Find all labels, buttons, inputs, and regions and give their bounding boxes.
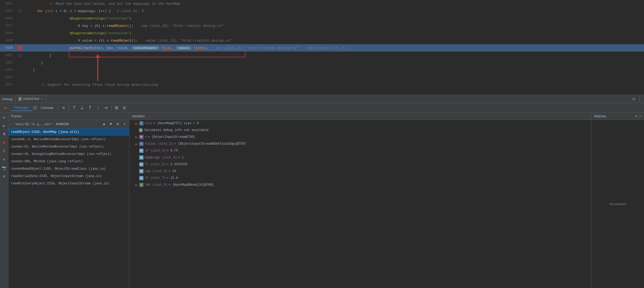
debug-label: Debug: [2, 97, 13, 101]
toolbar-separator-2 [69, 105, 69, 110]
debug-session-tab[interactable]: J UrlDNSTest × [15, 96, 46, 102]
btn-step-into[interactable]: ⇣ [79, 104, 86, 112]
line-number: 1416 [0, 17, 16, 20]
btn-frame-down[interactable]: ▼ [108, 121, 114, 127]
tab-java-icon: J [18, 97, 22, 101]
frame-item-0[interactable]: readObject:1420, HashMap (java.util) [8, 128, 129, 136]
var-name-fields: fields (slot_2) [145, 142, 173, 146]
var-item-cap[interactable]: ▶ 01 cap (slot_6) = 16 [129, 168, 591, 175]
var-item-lf[interactable]: ▶ 01 lf (slot_3) = 0.75 [129, 147, 591, 154]
var-item-this[interactable]: ▶ ≡ this = {HashMap@757} size = 0 [129, 120, 591, 127]
btn-menu[interactable]: ≡ [60, 104, 67, 112]
frame-item-label: readOrdinaryObject:2236, ObjectInputStre… [11, 182, 109, 185]
tab-debugger[interactable]: Debugger [11, 104, 32, 111]
var-icon-info: i [139, 128, 143, 132]
var-icon-lf: 01 [139, 149, 143, 153]
code-content: } [24, 53, 644, 57]
frame-item-6[interactable]: readSerialData:2345, ObjectInputStream (… [8, 173, 129, 180]
line-number: 1422 [0, 61, 16, 64]
settings-icon[interactable]: ⚙ [632, 96, 635, 102]
debug-tabbar: Debug: J UrlDNSTest × ⚙ ⋮ [0, 95, 644, 103]
var-item-fc[interactable]: ▶ 01 fc (slot_5) = 2.3333335 [129, 161, 591, 168]
line-number: 1418 [0, 31, 16, 35]
left-sidebar: ↺ ▶ ⏸ ■ ⟳ ✕ 📷 ⊘ [0, 113, 8, 288]
watches-panel: Watches + − No watches [591, 113, 644, 288]
watches-header: Watches + − [591, 113, 644, 120]
btn-force-step[interactable]: ⇥ [102, 104, 110, 112]
var-item-ft[interactable]: ▶ 01 ft (slot_7) = 12.0 [129, 175, 591, 181]
rerun-icon[interactable]: ↺ [2, 104, 9, 112]
code-content: // Support for resetting final field dur… [24, 83, 644, 87]
var-item-fields[interactable]: ▶ ≡ fields (slot_2) = {ObjectInputStream… [129, 140, 591, 147]
sidebar-icon-refresh[interactable]: ↺ [1, 114, 8, 121]
watches-remove-btn[interactable]: − [639, 114, 641, 119]
var-item-mappings[interactable]: ▶ 01 mappings (slot_4) = 1 [129, 154, 591, 161]
more-icon[interactable]: ⋮ [637, 96, 642, 102]
btn-filter[interactable]: ⊛ [115, 121, 121, 127]
btn-threads[interactable]: ≣ [121, 104, 128, 112]
watches-add-btn[interactable]: + [635, 114, 637, 119]
line-gutter [16, 54, 24, 57]
sidebar-icon-rerun[interactable]: ⟳ [1, 147, 8, 155]
sidebar-icon-play[interactable]: ▶ [1, 122, 8, 129]
frame-item-2[interactable]: invoke:62, NativeMethodAccessorImpl (sun… [8, 143, 129, 150]
var-name-ft: ft (slot_7) [145, 176, 166, 180]
var-icon-cap: 01 [139, 169, 143, 173]
var-expand-s[interactable]: ▶ [135, 135, 138, 139]
btn-frame-options[interactable]: ▾ [122, 121, 127, 127]
sidebar-icon-mute[interactable]: ⊘ [1, 173, 8, 180]
breakpoint-icon[interactable] [18, 46, 22, 50]
var-name-mappings: mappings (slot_4) [145, 156, 177, 159]
debug-tab-close[interactable]: × [41, 97, 43, 101]
debug-tab-name: UrlDNSTest [23, 97, 39, 101]
toolbar-separator-1 [58, 105, 58, 110]
code-line-1422: 1422 } [0, 59, 644, 66]
line-number: 1425 [0, 83, 16, 87]
var-eq-fc: = 2.3333335 [167, 163, 187, 166]
var-info-text: Variables debug info not available [144, 128, 209, 132]
btn-frame-up[interactable]: ▲ [101, 121, 107, 127]
btn-step-out[interactable]: ⇡ [86, 104, 94, 112]
sidebar-icon-x[interactable]: ✕ [1, 156, 8, 163]
var-expand-tab[interactable]: ▶ [135, 183, 138, 187]
btn-step-over[interactable]: ⇡ [71, 104, 78, 112]
frame-item-label: invoke0:-1, NativeMethodAccessorImpl (su… [11, 138, 106, 141]
btn-run-to-cursor[interactable]: ↑ [94, 104, 102, 112]
code-content: } [24, 68, 644, 72]
var-eq-this: = {HashMap@757} size = 0 [153, 122, 199, 125]
var-item-tab[interactable]: ▶ ≡ tab (slot_8) = {HashMap$Node[16]@760… [129, 181, 591, 188]
frame-item-3[interactable]: invoke:43, DelegatingMethodAccessorImpl … [8, 150, 129, 158]
var-expand-fields[interactable]: ▶ [135, 142, 138, 146]
btn-evaluate[interactable]: ⊞ [113, 104, 120, 112]
watches-empty-text: No watches [610, 202, 626, 206]
fold-arrow[interactable] [18, 54, 21, 57]
code-content: } [24, 61, 644, 65]
variables-panel: Variables ▶ ≡ this = {HashMap@757} size … [129, 113, 591, 288]
line-number: 1421 [0, 53, 16, 57]
var-name-this: this [145, 122, 152, 125]
var-expand-this[interactable]: ▶ [135, 122, 138, 125]
thread-name: "main"@1 in g...ain": RUNNING [14, 122, 100, 126]
var-icon-s: P [139, 135, 143, 139]
watches-label: Watches [594, 114, 606, 118]
debug-left-actions: ↺ [1, 104, 9, 112]
frame-item-5[interactable]: invokeReadObject:1185, ObjectStreamClass… [8, 165, 129, 173]
fold-arrow[interactable] [18, 10, 21, 12]
frame-item-1[interactable]: invoke0:-1, NativeMethodAccessorImpl (su… [8, 136, 129, 143]
frames-panel: Frames ✓ "main"@1 in g...ain": RUNNING ▲… [8, 113, 129, 288]
frame-item-4[interactable]: invoke:498, Method (java.lang.reflect) [8, 158, 129, 165]
inline-hint-onlyifabsent: onlyIfAbsent: [132, 46, 159, 50]
line-number: 1417 [0, 24, 16, 28]
console-tab-group: ▶ Console [33, 105, 56, 111]
frame-item-7[interactable]: readOrdinaryObject:2236, ObjectInputStre… [8, 180, 129, 187]
sidebar-icon-pause[interactable]: ⏸ [1, 130, 8, 138]
frame-item-label: readSerialData:2345, ObjectInputStream (… [11, 174, 102, 178]
var-item-s[interactable]: ▶ P s = {ObjectInputStream@758} [129, 134, 591, 140]
line-number: 1414 [0, 2, 16, 6]
frame-item-label: invoke:498, Method (java.lang.reflect) [11, 160, 83, 163]
tab-console[interactable]: Console [38, 105, 56, 111]
sidebar-icon-camera[interactable]: 📷 [1, 164, 8, 171]
sidebar-icon-stop[interactable]: ■ [1, 139, 8, 146]
var-icon-fc: 01 [139, 162, 143, 166]
var-eq-fields: = {ObjectInputStream$GetFieldImpl@759} [174, 142, 246, 146]
